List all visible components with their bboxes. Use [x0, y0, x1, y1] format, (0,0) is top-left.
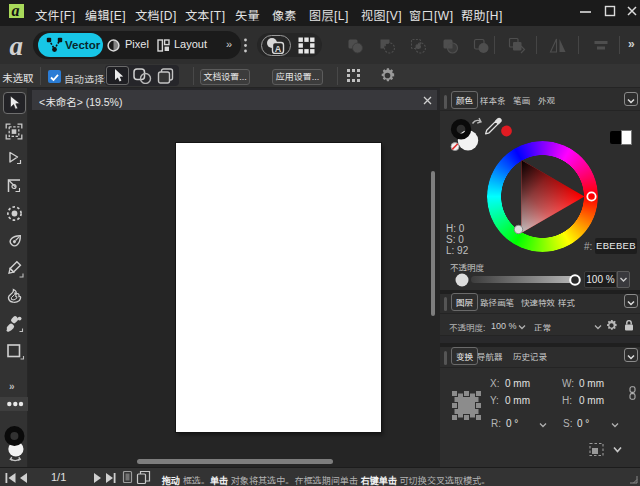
svg-text:A: A: [275, 43, 282, 53]
svg-text:a: a: [10, 34, 24, 56]
svg-text:a: a: [12, 4, 20, 18]
